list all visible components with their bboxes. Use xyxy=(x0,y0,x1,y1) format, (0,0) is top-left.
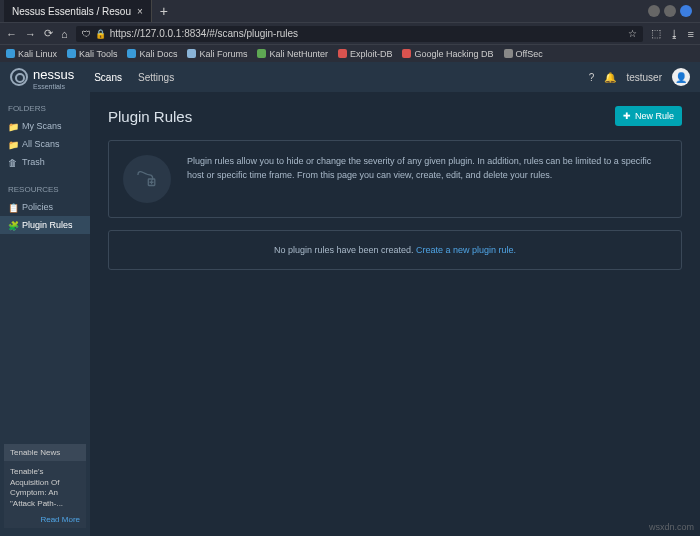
kali-icon xyxy=(6,49,15,58)
sidebar-item-all-scans[interactable]: 📁All Scans xyxy=(0,135,90,153)
downloads-icon[interactable]: ⭳ xyxy=(669,28,680,40)
logo-text: nessus xyxy=(33,67,74,82)
ghdb-icon xyxy=(402,49,411,58)
bookmark-kali-linux[interactable]: Kali Linux xyxy=(6,49,57,59)
page-header: Plugin Rules ✚ New Rule xyxy=(108,106,682,126)
bookmark-exploit-db[interactable]: Exploit-DB xyxy=(338,49,393,59)
nav-scans[interactable]: Scans xyxy=(94,72,122,83)
create-plugin-rule-link[interactable]: Create a new plugin rule. xyxy=(416,245,516,255)
info-panel: Plugin rules allow you to hide or change… xyxy=(108,140,682,218)
shield-icon[interactable]: 🛡 xyxy=(82,29,91,39)
username[interactable]: testuser xyxy=(626,72,662,83)
plugin-rule-illustration-icon xyxy=(123,155,171,203)
bookmark-kali-nethunter[interactable]: Kali NetHunter xyxy=(257,49,328,59)
exploit-db-icon xyxy=(338,49,347,58)
navbar-end: ⬚ ⭳ ≡ xyxy=(651,27,694,40)
nav-settings[interactable]: Settings xyxy=(138,72,174,83)
empty-state: No plugin rules have been created. Creat… xyxy=(108,230,682,270)
info-text: Plugin rules allow you to hide or change… xyxy=(187,155,667,182)
folder-icon: 📁 xyxy=(8,140,17,149)
page-title: Plugin Rules xyxy=(108,108,192,125)
avatar[interactable]: 👤 xyxy=(672,68,690,86)
browser-navbar: ← → ⟳ ⌂ 🛡 🔒 https://127.0.0.1:8834/#/sca… xyxy=(0,22,700,44)
news-body: Tenable's Acquisition Of Cymptom: An "At… xyxy=(4,461,86,515)
sidebar-item-plugin-rules[interactable]: 🧩Plugin Rules xyxy=(0,216,90,234)
url-text: https://127.0.0.1:8834/#/scans/plugin-ru… xyxy=(110,28,298,39)
sidebar-item-policies[interactable]: 📋Policies xyxy=(0,198,90,216)
app-controls: ? 🔔 testuser 👤 xyxy=(589,68,690,86)
kali-icon xyxy=(67,49,76,58)
nessus-logo[interactable]: nessus Essentials xyxy=(10,65,74,90)
folder-icon: 📁 xyxy=(8,122,17,131)
logo-subtitle: Essentials xyxy=(33,83,74,90)
minimize-icon[interactable] xyxy=(648,5,660,17)
sidebar-folders-header: FOLDERS xyxy=(0,100,90,117)
bookmark-kali-tools[interactable]: Kali Tools xyxy=(67,49,117,59)
new-tab-button[interactable]: + xyxy=(152,3,176,19)
tenable-news-widget: Tenable News Tenable's Acquisition Of Cy… xyxy=(4,444,86,528)
watermark: wsxdn.com xyxy=(649,522,694,532)
sidebar-item-my-scans[interactable]: 📁My Scans xyxy=(0,117,90,135)
forums-icon xyxy=(187,49,196,58)
notifications-icon[interactable]: 🔔 xyxy=(604,72,616,83)
main-panel: Plugin Rules ✚ New Rule Plugin rules all… xyxy=(90,92,700,536)
reload-icon[interactable]: ⟳ xyxy=(44,27,53,40)
bookmarks-bar: Kali Linux Kali Tools Kali Docs Kali For… xyxy=(0,44,700,62)
nethunter-icon xyxy=(257,49,266,58)
bookmark-star-icon[interactable]: ☆ xyxy=(628,28,637,39)
app-header: nessus Essentials Scans Settings ? 🔔 tes… xyxy=(0,62,700,92)
close-window-icon[interactable] xyxy=(680,5,692,17)
app-nav: Scans Settings xyxy=(94,72,174,83)
new-rule-button[interactable]: ✚ New Rule xyxy=(615,106,682,126)
sidebar-item-trash[interactable]: 🗑Trash xyxy=(0,153,90,171)
plugin-rules-icon: 🧩 xyxy=(8,221,17,230)
url-bar[interactable]: 🛡 🔒 https://127.0.0.1:8834/#/scans/plugi… xyxy=(76,26,643,42)
home-icon[interactable]: ⌂ xyxy=(61,28,68,40)
forward-icon[interactable]: → xyxy=(25,28,36,40)
maximize-icon[interactable] xyxy=(664,5,676,17)
back-icon[interactable]: ← xyxy=(6,28,17,40)
lock-icon[interactable]: 🔒 xyxy=(95,29,106,39)
browser-titlebar: Nessus Essentials / Resou × + xyxy=(0,0,700,22)
policies-icon: 📋 xyxy=(8,203,17,212)
menu-icon[interactable]: ≡ xyxy=(688,28,694,40)
save-page-icon[interactable]: ⬚ xyxy=(651,27,661,40)
news-header: Tenable News xyxy=(4,444,86,461)
bookmark-kali-docs[interactable]: Kali Docs xyxy=(127,49,177,59)
tab-title: Nessus Essentials / Resou xyxy=(12,6,131,17)
docs-icon xyxy=(127,49,136,58)
sidebar: FOLDERS 📁My Scans 📁All Scans 🗑Trash RESO… xyxy=(0,92,90,536)
offsec-icon xyxy=(504,49,513,58)
trash-icon: 🗑 xyxy=(8,158,17,167)
window-controls xyxy=(648,5,696,17)
plus-icon: ✚ xyxy=(623,111,631,121)
sidebar-resources-header: RESOURCES xyxy=(0,181,90,198)
empty-text: No plugin rules have been created. xyxy=(274,245,416,255)
bookmark-kali-forums[interactable]: Kali Forums xyxy=(187,49,247,59)
browser-tab[interactable]: Nessus Essentials / Resou × xyxy=(4,0,152,22)
help-icon[interactable]: ? xyxy=(589,72,595,83)
bookmark-offsec[interactable]: OffSec xyxy=(504,49,543,59)
logo-icon xyxy=(10,68,28,86)
news-read-more-link[interactable]: Read More xyxy=(4,515,86,528)
bookmark-ghdb[interactable]: Google Hacking DB xyxy=(402,49,493,59)
close-tab-icon[interactable]: × xyxy=(137,6,143,17)
content: FOLDERS 📁My Scans 📁All Scans 🗑Trash RESO… xyxy=(0,92,700,536)
